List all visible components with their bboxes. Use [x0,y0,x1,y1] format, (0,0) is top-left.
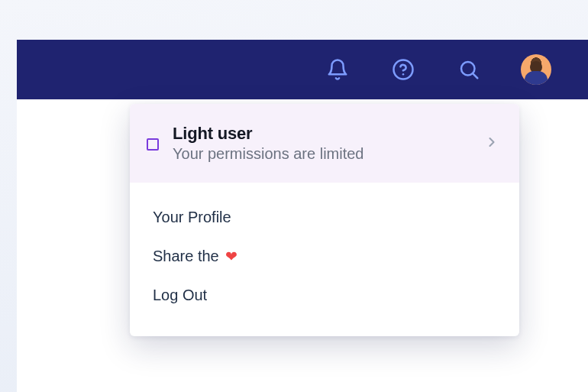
bell-icon[interactable] [324,56,351,83]
svg-line-3 [473,74,477,78]
svg-point-2 [461,62,475,76]
menu-item-logout[interactable]: Log Out [130,276,519,315]
menu-item-label: Share the [153,248,219,265]
search-icon[interactable] [455,56,483,83]
menu-item-profile[interactable]: Your Profile [130,198,519,237]
chevron-right-icon [484,134,499,153]
menu-item-label: Log Out [153,287,207,304]
user-menu-items: Your Profile Share the ❤ Log Out [130,183,519,336]
menu-item-share[interactable]: Share the ❤ [130,237,519,276]
user-tier-subtitle: Your permissions are limited [173,145,470,163]
user-menu-header-text: Light user Your permissions are limited [173,124,470,163]
user-menu-header[interactable]: Light user Your permissions are limited [130,104,519,183]
top-navbar [17,40,588,99]
square-outline-icon [147,138,159,151]
menu-item-label: Your Profile [153,209,231,226]
avatar[interactable] [521,54,551,85]
help-icon[interactable] [389,56,417,83]
heart-icon: ❤ [225,249,237,264]
user-menu: Light user Your permissions are limited … [130,104,519,336]
user-tier-title: Light user [173,124,470,144]
